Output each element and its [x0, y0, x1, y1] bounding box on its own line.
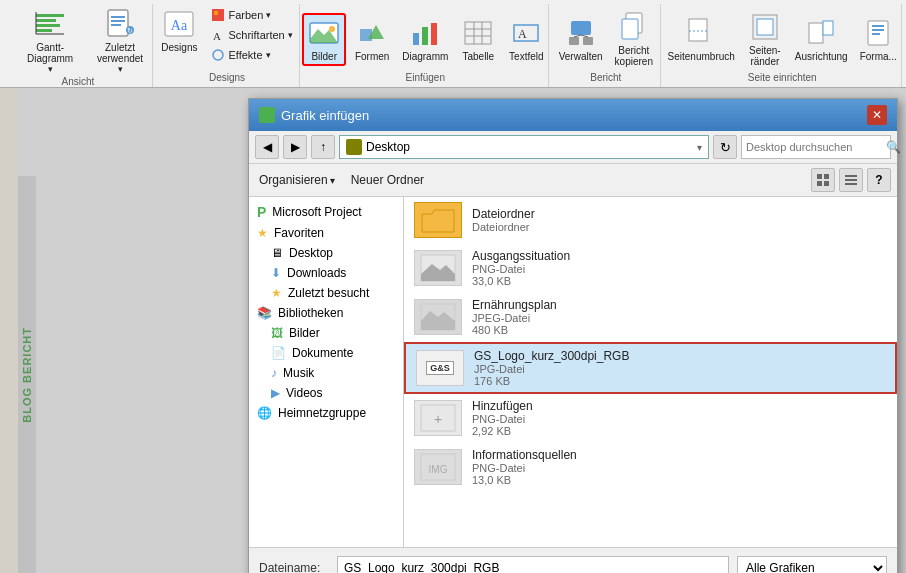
- svg-rect-33: [571, 21, 591, 35]
- ribbon: Gantt- Diagramm ▾ ↻ Zuletztverwendet ▾: [0, 0, 906, 88]
- address-bar: Desktop ▾: [339, 135, 709, 159]
- schriftarten-button[interactable]: A Schriftarten ▾: [207, 26, 296, 44]
- svg-rect-0: [36, 14, 64, 17]
- diagramm-button[interactable]: Diagramm: [398, 15, 452, 64]
- svg-rect-45: [823, 21, 833, 35]
- new-folder-button[interactable]: Neuer Ordner: [347, 171, 428, 189]
- sidebar-videos-label: Videos: [286, 386, 322, 400]
- svg-rect-35: [583, 37, 593, 45]
- sidebar-item-dokumente[interactable]: 📄 Dokumente: [249, 343, 403, 363]
- search-input[interactable]: [746, 141, 884, 153]
- sidebar-desktop-label: Desktop: [289, 246, 333, 260]
- bilder-icon: [308, 17, 340, 49]
- svg-rect-2: [36, 24, 60, 27]
- sidebar-item-heimnetzgruppe[interactable]: 🌐 Heimnetzgruppe: [249, 403, 403, 423]
- help-button[interactable]: ?: [867, 168, 891, 192]
- file-size-ausgangssituation: 33,0 KB: [472, 275, 887, 287]
- file-name-ausgangssituation: Ausgangssituation: [472, 249, 887, 263]
- designs-button[interactable]: Aa Designs: [157, 6, 201, 55]
- farben-button[interactable]: Farben ▾: [207, 6, 296, 24]
- sidebar-item-downloads[interactable]: ⬇ Downloads: [249, 263, 403, 283]
- view-details-button[interactable]: [811, 168, 835, 192]
- file-info-dateiordner: Dateiordner Dateiordner: [472, 207, 887, 233]
- svg-text:+: +: [434, 411, 442, 427]
- dialog-body: P Microsoft Project ★ Favoriten 🖥 Deskto…: [249, 197, 897, 547]
- dialog-overlay: Grafik einfügen ✕ ◀ ▶ ↑ Desktop ▾ ↻ 🔍: [18, 88, 906, 573]
- sidebar-item-desktop[interactable]: 🖥 Desktop: [249, 243, 403, 263]
- dialog-title-icon: [259, 107, 275, 123]
- organize-button[interactable]: Organisieren: [255, 171, 339, 189]
- svg-text:A: A: [518, 27, 527, 41]
- dialog-close-button[interactable]: ✕: [867, 105, 887, 125]
- format-button[interactable]: Forma...: [856, 15, 901, 64]
- seitenumbruch-button[interactable]: Seitenumbruch: [664, 15, 739, 64]
- file-type-hinzufuegen: PNG-Datei: [472, 413, 887, 425]
- bericht-kopieren-button[interactable]: Berichtkopieren: [611, 9, 657, 69]
- downloads-icon: ⬇: [271, 266, 281, 280]
- svg-rect-7: [111, 16, 125, 18]
- seite-label: Seite einrichten: [748, 72, 817, 85]
- desktop-icon: 🖥: [271, 246, 283, 260]
- file-item-gs-logo[interactable]: G&S GS_Logo_kurz_300dpi_RGB JPG-Datei 17…: [404, 342, 897, 394]
- ribbon-group-bericht: Verwalten Berichtkopieren Bericht: [551, 4, 661, 87]
- address-dropdown-icon[interactable]: ▾: [697, 142, 702, 153]
- effekte-button[interactable]: Effekte ▾: [207, 46, 296, 64]
- diagramm-icon: [409, 17, 441, 49]
- file-thumb-informationsquellen: IMG: [414, 449, 462, 485]
- up-button[interactable]: ↑: [311, 135, 335, 159]
- gantt-label: Gantt- Diagramm: [14, 42, 86, 64]
- main-area: BLOG BERICHT Grafik einfügen ✕ ◀ ▶ ↑ Des…: [18, 88, 906, 573]
- address-text: Desktop: [366, 140, 693, 154]
- zuletzt-button[interactable]: ↻ Zuletztverwendet ▾: [94, 6, 145, 76]
- filename-input[interactable]: [337, 556, 729, 573]
- filename-label: Dateiname:: [259, 561, 329, 573]
- file-item-hinzufuegen[interactable]: + Hinzufügen PNG-Datei 2,92 KB: [404, 394, 897, 443]
- bericht-kopieren-icon: [618, 11, 650, 43]
- search-box: 🔍: [741, 135, 891, 159]
- textfeld-icon: A: [510, 17, 542, 49]
- svg-text:Aa: Aa: [171, 18, 188, 33]
- file-info-ernaehrungsplan: Ernährungsplan JPEG-Datei 480 KB: [472, 298, 887, 336]
- file-type-gs-logo: JPG-Datei: [474, 363, 885, 375]
- seitenraender-button[interactable]: Seiten-ränder: [743, 9, 787, 69]
- designs-group-label: Designs: [209, 72, 245, 85]
- svg-marker-57: [422, 210, 454, 232]
- svg-rect-34: [569, 37, 579, 45]
- sidebar-item-musik[interactable]: ♪ Musik: [249, 363, 403, 383]
- back-button[interactable]: ◀: [255, 135, 279, 159]
- gantt-icon: [34, 8, 66, 40]
- sidebar-item-zuletzt-besucht[interactable]: ★ Zuletzt besucht: [249, 283, 403, 303]
- forward-button[interactable]: ▶: [283, 135, 307, 159]
- ribbon-group-ansicht: Gantt- Diagramm ▾ ↻ Zuletztverwendet ▾: [4, 4, 153, 87]
- gantt-button[interactable]: Gantt- Diagramm ▾: [10, 6, 90, 76]
- verwalten-button[interactable]: Verwalten: [555, 15, 607, 64]
- file-name-dateiordner: Dateiordner: [472, 207, 887, 221]
- file-item-ausgangssituation[interactable]: Ausgangssituation PNG-Datei 33,0 KB: [404, 244, 897, 293]
- ausrichtung-button[interactable]: Ausrichtung: [791, 15, 852, 64]
- svg-rect-49: [872, 33, 880, 35]
- file-item-informationsquellen[interactable]: IMG Informationsquellen PNG-Datei 13,0 K…: [404, 443, 897, 492]
- sidebar-item-microsoft-project[interactable]: P Microsoft Project: [249, 201, 403, 223]
- file-item-ernaehrungsplan[interactable]: Ernährungsplan JPEG-Datei 480 KB: [404, 293, 897, 342]
- view-list-button[interactable]: [839, 168, 863, 192]
- textfeld-button[interactable]: A Textfeld: [504, 15, 548, 64]
- tabelle-button[interactable]: Tabelle: [456, 15, 500, 64]
- filetype-select[interactable]: Alle Grafiken: [737, 556, 887, 573]
- file-size-ernaehrungsplan: 480 KB: [472, 324, 887, 336]
- refresh-button[interactable]: ↻: [713, 135, 737, 159]
- file-size-gs-logo: 176 KB: [474, 375, 885, 387]
- file-thumb-gs-logo: G&S: [416, 350, 464, 386]
- bilder-button[interactable]: Bilder: [302, 13, 346, 66]
- svg-text:↻: ↻: [127, 27, 133, 34]
- file-item-dateiordner[interactable]: Dateiordner Dateiordner: [404, 197, 897, 244]
- sidebar-item-bilder[interactable]: 🖼 Bilder: [249, 323, 403, 343]
- sidebar-zuletzt-label: Zuletzt besucht: [288, 286, 369, 300]
- svg-rect-55: [845, 179, 857, 181]
- sidebar-item-videos[interactable]: ▶ Videos: [249, 383, 403, 403]
- dialog-filelist: Dateiordner Dateiordner Ausgangssituatio…: [404, 197, 897, 547]
- formen-button[interactable]: Formen: [350, 15, 394, 64]
- file-thumb-ausgangssituation: [414, 250, 462, 286]
- seitenraender-icon: [749, 11, 781, 43]
- einfuegen-label: Einfügen: [406, 72, 445, 85]
- zuletzt-label: Zuletztverwendet: [97, 42, 143, 64]
